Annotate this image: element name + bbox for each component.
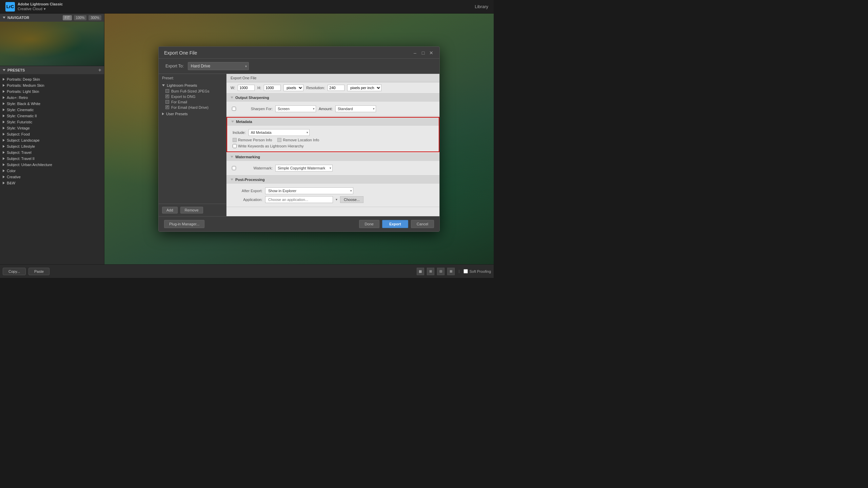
preset-group-header[interactable]: Subject: Urban Architecture [0, 162, 104, 168]
close-button[interactable]: ✕ [429, 50, 434, 56]
navigator-header[interactable]: Navigator FIT 100% 300% [0, 14, 104, 22]
post-processing-header[interactable]: Post-Processing [226, 176, 439, 184]
module-label: Library [475, 4, 488, 9]
left-sidebar: Navigator FIT 100% 300% Presets + [0, 14, 104, 264]
output-sharpening-section: Output Sharpening Sharpen For: Screen [226, 94, 439, 116]
metadata-include-select[interactable]: All Metadata [249, 129, 310, 136]
watermark-row: Watermark: Simple Copyright Watermark ▾ [232, 164, 434, 172]
separator: | [459, 269, 460, 273]
preset-group-header[interactable]: Style: Vintage [0, 125, 104, 131]
topbar: LrC Adobe Lightroom Classic Creative Clo… [0, 0, 494, 14]
unit-select[interactable]: pixels [283, 84, 303, 91]
sharpen-checkbox[interactable] [232, 107, 236, 111]
lightroom-presets-header[interactable]: Lightroom Presets [159, 82, 226, 88]
preset-group-header[interactable]: Style: Cinematic [0, 107, 104, 113]
resolution-unit-select[interactable]: pixels per inch [347, 84, 381, 91]
preset-group-header[interactable]: Subject: Travel II [0, 156, 104, 162]
dialog-presets-tree: Lightroom Presets Burn Full-Sized JPEGs … [159, 81, 226, 204]
dialog-footer-right: Done Export Cancel [359, 220, 434, 228]
preset-group-header[interactable]: Style: Black & White [0, 101, 104, 107]
export-to-label: Export To: [165, 64, 184, 68]
bottom-tools: ▦ ⊞ ⊟ ⊠ | Soft Proofing [417, 268, 491, 275]
preset-group-header[interactable]: Subject: Landscape [0, 137, 104, 143]
preset-group-header[interactable]: Portraits: Deep Skin [0, 76, 104, 82]
soft-proofing-row: Soft Proofing [463, 269, 491, 273]
h-label: H: [257, 86, 261, 90]
export-to-select[interactable]: Hard Drive [188, 62, 249, 70]
add-preset-btn[interactable]: Add [162, 207, 178, 214]
bottom-bar: Copy... Paste ▦ ⊞ ⊟ ⊠ | Soft Proofing [0, 264, 494, 278]
remove-preset-btn[interactable]: Remove [180, 207, 203, 214]
expand-icon [3, 176, 5, 178]
h-input[interactable] [264, 85, 281, 91]
amount-label: Amount: [319, 107, 333, 111]
preset-group-header[interactable]: Subject: Travel [0, 149, 104, 156]
watermarking-header[interactable]: Watermarking [226, 153, 439, 161]
expand-icon [3, 139, 5, 142]
sharpen-for-select[interactable]: Screen [275, 105, 316, 112]
application-label: Application: [232, 198, 262, 202]
unit-select-wrapper: pixels ▾ [283, 84, 303, 91]
preset-group-header[interactable]: Portraits: Light Skin [0, 88, 104, 95]
preset-group-header[interactable]: Color [0, 168, 104, 174]
metadata-section-header[interactable]: Metadata [227, 118, 439, 126]
survey-view-btn[interactable]: ⊠ [447, 268, 455, 275]
write-keywords-checkbox[interactable] [233, 144, 237, 148]
watermark-checkbox[interactable] [232, 166, 236, 170]
expand-icon [3, 163, 5, 166]
preset-item-burn[interactable]: Burn Full-Sized JPEGs [159, 88, 226, 94]
zoom2-btn[interactable]: 300% [88, 15, 101, 20]
expand-icon [3, 145, 5, 148]
metadata-include-select-wrapper: All Metadata ▾ [249, 129, 310, 136]
metadata-include-row: Include: All Metadata ▾ [233, 128, 433, 137]
preset-item-email-hd[interactable]: For Email (Hard Drive) [159, 105, 226, 110]
export-dialog: Export One File – □ ✕ Export To: Hard Dr… [158, 46, 440, 232]
expand-icon [3, 169, 5, 172]
after-export-label: After Export: [232, 189, 262, 193]
output-sharpening-header[interactable]: Output Sharpening [226, 94, 439, 102]
zoom1-btn[interactable]: 100% [74, 15, 87, 20]
preset-group-header[interactable]: Style: Cinematic II [0, 113, 104, 119]
maximize-button[interactable]: □ [420, 50, 426, 56]
loupe-view-btn[interactable]: ⊞ [427, 268, 434, 275]
presets-header[interactable]: Presets + [0, 66, 104, 74]
user-presets-header[interactable]: User Presets [159, 111, 226, 117]
paste-btn[interactable]: Paste [28, 268, 50, 275]
fit-btn[interactable]: FIT [63, 15, 72, 20]
presets-add-btn[interactable]: + [98, 67, 101, 73]
expand-icon [3, 157, 5, 160]
watermarking-body: Watermark: Simple Copyright Watermark ▾ [226, 161, 439, 175]
export-btn[interactable]: Export [382, 220, 408, 228]
user-presets-label: User Presets [166, 112, 188, 116]
watermarking-collapse-icon [231, 156, 233, 158]
preset-group-header[interactable]: Style: Futuristic [0, 119, 104, 125]
preset-group-header[interactable]: Subject: Food [0, 131, 104, 137]
w-input[interactable] [238, 85, 255, 91]
cancel-btn[interactable]: Cancel [411, 220, 434, 228]
preset-group-header[interactable]: B&W [0, 180, 104, 186]
done-btn[interactable]: Done [359, 220, 379, 228]
minimize-button[interactable]: – [412, 50, 418, 56]
preset-item-email[interactable]: For Email [159, 99, 226, 105]
after-export-select[interactable]: Show in Explorer [265, 187, 353, 194]
choose-application-btn[interactable]: Choose... [340, 196, 363, 203]
amount-select-wrapper: Standard ▾ [335, 105, 376, 112]
preset-group-creative[interactable]: Creative [0, 174, 104, 180]
preset-group-header[interactable]: Subject: Lifestyle [0, 143, 104, 149]
post-processing-section: Post-Processing After Export: Show in Ex… [226, 176, 439, 207]
copy-btn[interactable]: Copy... [3, 268, 26, 275]
grid-view-btn[interactable]: ▦ [417, 268, 424, 275]
preset-group-header[interactable]: Auto+: Retro [0, 95, 104, 101]
amount-select[interactable]: Standard [335, 105, 376, 112]
expand-icon [3, 84, 5, 87]
export-to-select-wrapper: Hard Drive ▾ [188, 62, 249, 70]
application-input[interactable] [265, 196, 333, 203]
watermark-select[interactable]: Simple Copyright Watermark [275, 165, 333, 171]
preset-item-dng[interactable]: Export to DNG [159, 94, 226, 99]
resolution-input[interactable] [328, 85, 344, 91]
plugin-manager-btn[interactable]: Plug-in Manager... [164, 220, 204, 228]
preset-group-header[interactable]: Portraits: Medium Skin [0, 82, 104, 88]
compare-view-btn[interactable]: ⊟ [437, 268, 445, 275]
after-export-row: After Export: Show in Explorer ▾ [232, 186, 434, 195]
soft-proofing-checkbox[interactable] [463, 269, 468, 273]
